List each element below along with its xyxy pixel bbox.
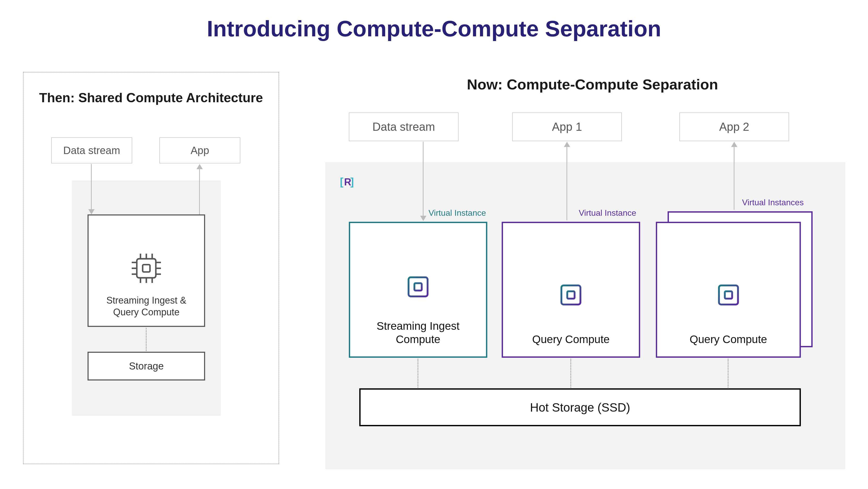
now-data-stream-label: Data stream bbox=[372, 120, 435, 133]
then-compute-label-line1: Streaming Ingest & bbox=[106, 294, 186, 306]
now-heading: Now: Compute-Compute Separation bbox=[337, 76, 848, 93]
svg-rect-45 bbox=[719, 285, 738, 305]
svg-rect-46 bbox=[725, 291, 732, 299]
query-compute-box-1: Query Compute bbox=[502, 222, 640, 358]
svg-rect-1 bbox=[143, 265, 150, 272]
hot-storage-label: Hot Storage (SSD) bbox=[530, 400, 630, 414]
ingest-compute-label-line1: Streaming Ingest bbox=[376, 320, 460, 333]
now-app2-label: App 2 bbox=[719, 120, 749, 133]
hot-storage-box: Hot Storage (SSD) bbox=[359, 388, 801, 426]
then-storage-box: Storage bbox=[88, 352, 205, 380]
now-arrow-app2-head bbox=[731, 142, 737, 147]
svg-rect-31 bbox=[561, 285, 581, 305]
query1-to-storage-connector bbox=[570, 359, 571, 387]
svg-rect-18 bbox=[414, 283, 422, 290]
cpu-chip-icon bbox=[553, 277, 589, 313]
then-compute-box: Streaming Ingest & Query Compute bbox=[88, 214, 205, 327]
vi-label-ingest: Virtual Instance bbox=[429, 208, 486, 218]
then-compute-label-line2: Query Compute bbox=[113, 306, 180, 318]
then-app-label: App bbox=[190, 145, 209, 156]
query-compute-label-2: Query Compute bbox=[689, 333, 767, 346]
ingest-compute-label-line2: Compute bbox=[396, 333, 440, 346]
now-arrow-datastream-head bbox=[420, 216, 427, 221]
now-arrow-app1-head bbox=[564, 142, 570, 147]
vi-label-query1: Virtual Instance bbox=[579, 208, 636, 218]
cpu-chip-icon bbox=[128, 250, 165, 287]
rockset-logo-icon: [ R ] bbox=[338, 174, 355, 191]
then-data-stream-label: Data stream bbox=[63, 145, 120, 156]
svg-rect-17 bbox=[409, 278, 428, 296]
then-compute-to-storage-connector bbox=[146, 328, 147, 351]
query-compute-box-2: Query Compute bbox=[656, 222, 801, 358]
then-heading: Then: Shared Compute Architecture bbox=[23, 90, 279, 105]
then-arrow-datastream-stem bbox=[91, 164, 92, 210]
svg-rect-32 bbox=[567, 291, 575, 299]
query2-to-storage-connector bbox=[728, 359, 728, 387]
now-data-stream-box: Data stream bbox=[349, 112, 459, 141]
query-compute-label-1: Query Compute bbox=[532, 333, 610, 346]
svg-text:]: ] bbox=[350, 176, 354, 188]
svg-text:[: [ bbox=[340, 176, 343, 188]
now-arrow-datastream-stem bbox=[423, 142, 424, 216]
svg-rect-0 bbox=[137, 259, 156, 278]
then-arrow-datastream-head bbox=[88, 209, 95, 214]
now-app2-box: App 2 bbox=[679, 112, 789, 141]
now-app1-box: App 1 bbox=[512, 112, 622, 141]
now-app1-label: App 1 bbox=[552, 120, 582, 133]
then-storage-label: Storage bbox=[129, 361, 163, 372]
then-app-box: App bbox=[159, 137, 240, 164]
vi-label-query2: Virtual Instances bbox=[742, 198, 804, 207]
cpu-chip-icon bbox=[400, 268, 436, 305]
then-data-stream-box: Data stream bbox=[51, 137, 132, 164]
page-title: Introducing Compute-Compute Separation bbox=[0, 16, 868, 41]
ingest-compute-box: Streaming Ingest Compute bbox=[349, 222, 487, 358]
then-arrow-app-head bbox=[196, 164, 203, 169]
ingest-to-storage-connector bbox=[417, 359, 418, 387]
now-arrow-app1-stem bbox=[566, 147, 567, 220]
now-arrow-app2-stem bbox=[734, 147, 735, 210]
then-arrow-app-stem bbox=[199, 169, 200, 214]
cpu-chip-icon bbox=[710, 277, 747, 313]
